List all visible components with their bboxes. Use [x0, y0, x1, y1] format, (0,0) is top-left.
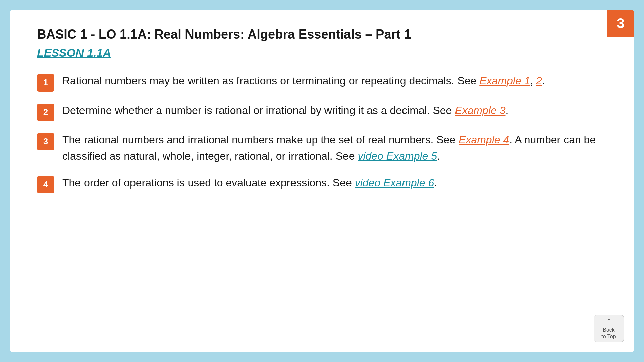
item-text-after-2: .	[505, 104, 508, 116]
video-example6-link[interactable]: video Example 6	[355, 177, 434, 189]
item-text-2: Determine whether a number is rational o…	[62, 102, 508, 118]
item-text-after-4: .	[434, 177, 437, 189]
back-to-top-button[interactable]: ⌃ Backto Top	[594, 315, 624, 342]
item-badge-3: 3	[37, 133, 54, 150]
list-item: 2 Determine whether a number is rational…	[37, 102, 607, 121]
list-item: 1 Rational numbers may be written as fra…	[37, 73, 607, 92]
item-text-1: Rational numbers may be written as fract…	[62, 73, 545, 89]
item-text-before-2: Determine whether a number is rational o…	[62, 104, 455, 116]
slide-container: 3 BASIC 1 - LO 1.1A: Real Numbers: Algeb…	[10, 10, 634, 352]
lesson-link[interactable]: LESSON 1.1A	[37, 46, 111, 59]
item-text-before-4: The order of operations is used to evalu…	[62, 177, 355, 189]
example3-link[interactable]: Example 3	[455, 104, 505, 116]
example1-link[interactable]: Example 1	[479, 75, 530, 87]
item-text-4: The order of operations is used to evalu…	[62, 175, 437, 191]
item-text-after-1: .	[542, 75, 545, 87]
back-to-top-label: Backto Top	[601, 327, 616, 340]
page-title: BASIC 1 - LO 1.1A: Real Numbers: Algebra…	[37, 27, 607, 42]
video-example5-link[interactable]: video Example 5	[358, 150, 437, 162]
item-badge-2: 2	[37, 104, 54, 121]
list-item: 3 The rational numbers and irrational nu…	[37, 132, 607, 164]
items-list: 1 Rational numbers may be written as fra…	[37, 73, 607, 193]
item-text-before-1: Rational numbers may be written as fract…	[62, 75, 479, 87]
page-number-badge: 3	[607, 10, 634, 37]
page-number: 3	[616, 15, 624, 32]
item-text-before-3: The rational numbers and irrational numb…	[62, 134, 459, 146]
item-badge-1: 1	[37, 74, 54, 92]
back-to-top-arrow-icon: ⌃	[606, 317, 612, 325]
item-text-3: The rational numbers and irrational numb…	[62, 132, 607, 164]
example4-link[interactable]: Example 4	[459, 134, 509, 146]
item-text-after-3: .	[437, 150, 440, 162]
list-item: 4 The order of operations is used to eva…	[37, 175, 607, 193]
item-badge-4: 4	[37, 176, 54, 193]
example2-link[interactable]: 2	[536, 75, 542, 87]
